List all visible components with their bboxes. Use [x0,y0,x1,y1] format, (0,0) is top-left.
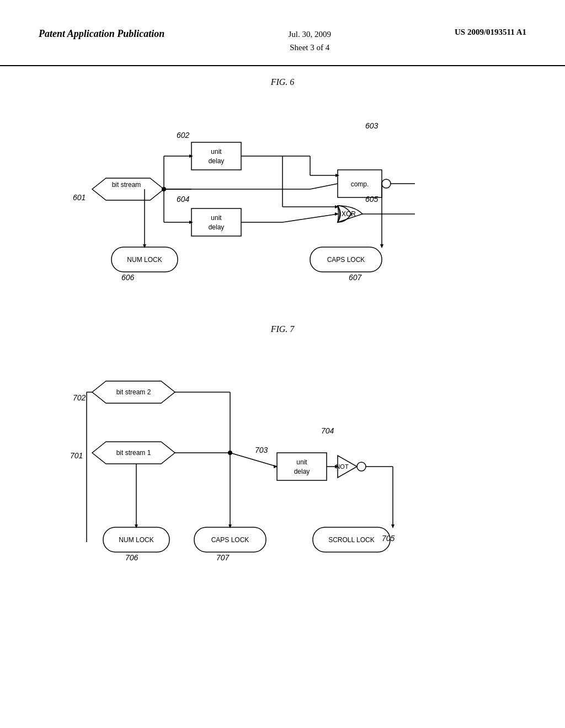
unit-delay-top-text1: unit [211,148,222,156]
ref-701: 701 [70,451,83,460]
fig7-diagram: 701 702 703 704 705 706 707 bit stream 2… [40,345,525,577]
patent-number: US 2009/0193511 A1 [455,28,526,37]
publication-meta: Jul. 30, 2009 Sheet 3 of 4 [288,28,331,54]
ref-601: 601 [73,193,86,202]
arrow-to-scroll7 [391,524,395,528]
arrow-to-num7 [135,524,138,528]
comp-label: comp. [351,180,369,188]
unit-delay-bottom-text1: unit [211,214,222,222]
unit-delay-top-box [191,142,241,170]
sheet-info: Sheet 3 of 4 [290,43,329,52]
caps-lock-707-label: CAPS LOCK [211,536,249,544]
ref-702: 702 [73,393,86,402]
num-lock-label: NUM LOCK [127,256,162,264]
unit-delay-703-text1: unit [296,458,307,466]
main-content: FIG. 6 601 602 603 604 605 606 607 bit s… [0,72,565,604]
publication-title: Patent Application Publication [39,28,164,40]
caps-lock-label: CAPS LOCK [327,256,365,264]
ref-706: 706 [125,553,138,562]
ref-607: 607 [349,273,363,282]
ref-705: 705 [382,534,395,543]
bitstream1-label: bit stream 1 [116,449,151,457]
fig6-container: FIG. 6 601 602 603 604 605 606 607 bit s… [39,77,526,302]
publication-date: Jul. 30, 2009 [288,30,331,39]
unit-delay-703-text2: delay [294,468,310,475]
fig7-container: FIG. 7 701 702 703 704 705 706 707 bit s… [39,324,526,577]
scroll-lock-705-label: SCROLL LOCK [328,536,375,544]
fig7-label: FIG. 7 [39,324,526,334]
fig6-diagram: 601 602 603 604 605 606 607 bit stream u… [40,98,525,302]
ref-602: 602 [177,131,190,140]
page-header: Patent Application Publication Jul. 30, … [0,0,565,66]
bitstream2-label: bit stream 2 [116,388,151,396]
unit-delay-bottom-text2: delay [209,223,225,231]
ref-707: 707 [216,553,230,562]
fig6-label: FIG. 6 [39,77,526,87]
wire7-5 [230,453,277,467]
comp-bubble [382,179,391,188]
arrow-caps [380,244,383,248]
ref-606: 606 [121,273,135,282]
wire8 [310,184,338,189]
not-bubble [357,462,366,471]
ref-603: 603 [365,121,379,130]
ref-704: 704 [321,426,334,435]
unit-delay-top-text2: delay [209,157,225,165]
arrow-num [143,244,146,248]
ref-604: 604 [177,195,190,204]
page: Patent Application Publication Jul. 30, … [0,0,565,728]
unit-delay-703-box [277,453,327,480]
xor-label: XOR [342,210,356,218]
ref-605: 605 [365,195,379,204]
ref-703: 703 [255,446,268,454]
arrow-to-caps7 [228,524,232,528]
num-lock-706-label: NUM LOCK [119,536,153,544]
unit-delay-bottom-box [191,208,241,236]
bitstream-label: bit stream [112,181,141,189]
wire12 [282,214,338,222]
